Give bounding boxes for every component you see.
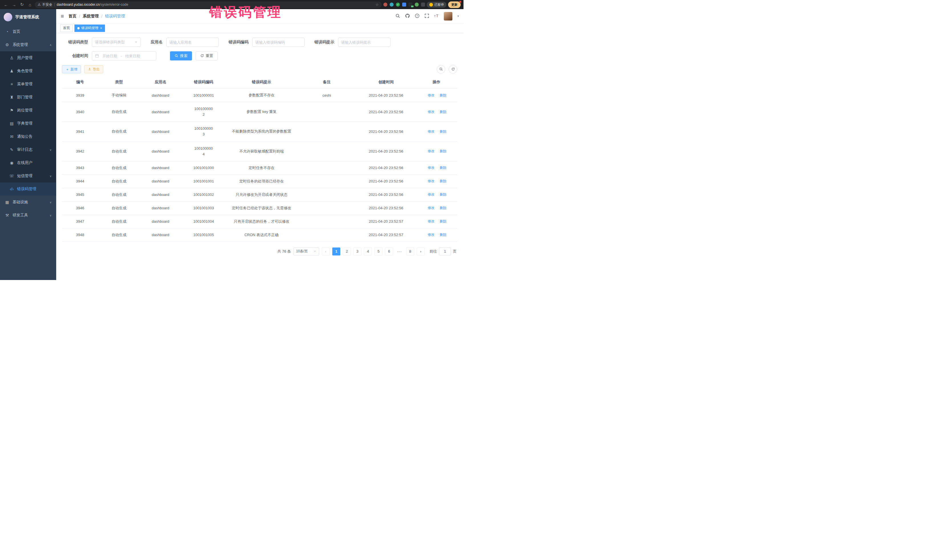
delete-link[interactable]: 删除 [438,232,447,237]
reload-icon[interactable]: ↻ [19,2,25,7]
edit-link[interactable]: 修改 [426,232,435,237]
user-avatar[interactable] [444,12,452,21]
hamburger-icon[interactable]: ≡ [61,13,64,20]
sidebar-item-role[interactable]: ♟角色管理 [0,64,56,77]
extension-icon[interactable] [415,3,419,6]
sidebar-item-dept[interactable]: ♜部门管理 [0,91,56,104]
start-date-input[interactable] [101,54,119,58]
date-range-picker[interactable]: - [92,51,156,61]
cell-app: dashboard [140,102,181,122]
delete-link[interactable]: 删除 [438,219,447,224]
security-chip[interactable]: ⚠ 不安全 [38,2,53,7]
search-button[interactable]: 搜索 [170,51,192,61]
edit-link[interactable]: 修改 [426,179,435,184]
column-header: 创建时间 [357,76,416,89]
extension-icon[interactable] [402,3,406,6]
edit-link[interactable]: 修改 [426,109,435,114]
sidebar-item-notice[interactable]: ✉通知公告 [0,130,56,143]
edit-link[interactable]: 修改 [426,149,435,154]
delete-link[interactable]: 删除 [438,109,447,114]
edit-link[interactable]: 修改 [426,206,435,211]
edit-link[interactable]: 修改 [426,219,435,224]
breadcrumb-system[interactable]: 系统管理 [83,14,99,19]
chevron-down-icon[interactable]: ▾ [457,14,459,18]
update-button[interactable]: 更新 [448,2,460,8]
extension-icon[interactable] [390,3,394,6]
bookmark-star-icon[interactable]: ☆ [375,3,379,7]
tab-home[interactable]: 首页 [60,24,73,32]
help-icon[interactable]: ? [415,14,419,19]
edit-link[interactable]: 修改 [426,165,435,170]
reset-button[interactable]: 重置 [196,51,217,61]
column-header: 编号 [62,76,99,89]
goto-page: 前往 页 [430,247,457,255]
delete-link[interactable]: 删除 [438,179,447,184]
edit-link[interactable]: 修改 [426,192,435,197]
page-button-8[interactable]: 8 [406,247,414,255]
error-code-field[interactable] [252,38,305,47]
extension-on-icon[interactable]: on [409,3,412,6]
fullscreen-icon[interactable] [424,14,429,19]
sidebar-item-dict[interactable]: ▤字典管理 [0,117,56,130]
show-search-button[interactable] [437,65,445,74]
extension-icon[interactable]: ✓ [396,3,400,6]
home-icon[interactable]: ⌂ [27,2,33,7]
error-msg-input[interactable] [341,40,388,44]
sidebar-item-online[interactable]: ◉在线用户 [0,156,56,169]
delete-link[interactable]: 删除 [438,165,447,170]
delete-link[interactable]: 删除 [438,93,447,98]
end-date-input[interactable] [123,54,142,58]
more-pages-button[interactable]: ··· [396,247,404,255]
delete-link[interactable]: 删除 [438,206,447,211]
address-bar[interactable]: ⚠ 不安全 dashboard.yudao.iocoder.cn/system/… [35,2,381,8]
page-button-3[interactable]: 3 [353,247,362,255]
sidebar-item-post[interactable]: ⚑岗位管理 [0,104,56,117]
sidebar-item-sms[interactable]: ☏短信管理∨ [0,169,56,182]
next-page-button[interactable]: › [417,247,425,255]
sidebar-item-label: 在线用户 [17,160,32,165]
goto-page-input[interactable] [439,247,451,255]
tab-error-code[interactable]: 错误码管理 × [74,24,105,32]
breadcrumb-home[interactable]: 首页 [68,14,76,19]
edit-link[interactable]: 修改 [426,129,435,134]
page-button-5[interactable]: 5 [374,247,383,255]
add-button[interactable]: ＋ 新增 [62,65,81,73]
prev-page-button[interactable]: ‹ [322,247,330,255]
font-size-icon[interactable]: TT [434,14,439,19]
page-size-select[interactable]: 10条/页 [293,247,319,255]
error-type-select[interactable]: 请选择错误码类型 [92,38,141,47]
delete-link[interactable]: 删除 [438,129,447,134]
sidebar-item-menu[interactable]: ≡菜单管理 [0,77,56,91]
error-msg-field[interactable] [338,38,391,47]
sidebar-item-home[interactable]: ◔首页 [0,25,56,38]
page-button-6[interactable]: 6 [385,247,393,255]
edit-link[interactable]: 修改 [426,93,435,98]
github-icon[interactable] [405,14,410,19]
page-button-1[interactable]: 1 [332,247,340,255]
sidebar-item-infra[interactable]: ▦基础设施∨ [0,196,56,209]
sidebar-item-user[interactable]: ♙用户管理 [0,51,56,64]
extension-icon[interactable] [383,3,388,6]
sidebar-item-errcode[interactable]: ‹/›错误码管理 [0,182,56,196]
forward-icon[interactable]: → [11,2,17,7]
refresh-table-button[interactable] [449,65,457,74]
close-icon[interactable]: × [100,27,102,30]
sidebar-item-devtools[interactable]: ⚒研发工具∨ [0,209,56,222]
page-button-2[interactable]: 2 [343,247,351,255]
delete-link[interactable]: 删除 [438,192,447,197]
app-name-input[interactable] [169,40,216,44]
url-text[interactable]: dashboard.yudao.iocoder.cn/system/error-… [57,3,374,6]
export-button[interactable]: 导出 [84,65,103,73]
back-icon[interactable]: ← [3,2,9,7]
cell-remark: ceshi [297,89,357,102]
sidebar-item-log[interactable]: ✎审计日志∨ [0,143,56,156]
delete-link[interactable]: 删除 [438,149,447,154]
sidebar-item-system[interactable]: ⚙系统管理∧ [0,38,56,51]
logo-row[interactable]: 芋道管理系统 [0,9,56,25]
paused-badge[interactable]: 已暂停 [427,2,447,8]
error-code-input[interactable] [255,40,301,44]
app-name-field[interactable] [166,38,219,47]
extension-puzzle-icon[interactable] [421,3,425,6]
page-button-4[interactable]: 4 [364,247,372,255]
search-icon[interactable] [395,14,400,19]
